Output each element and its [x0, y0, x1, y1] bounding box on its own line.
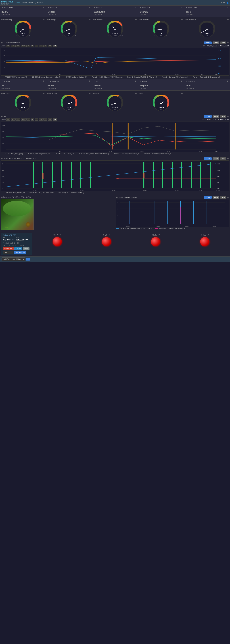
fluid-reset-btn[interactable]: Reset: [212, 42, 219, 44]
gear-icon-fluid[interactable]: ⚙: [227, 42, 229, 44]
svg-text:0: 0: [16, 35, 17, 36]
gear-icon-lr[interactable]: ⚙: [109, 234, 110, 236]
hold-button[interactable]: Hold: [23, 247, 30, 250]
settings-icon[interactable]: ⚙: [223, 2, 225, 4]
gear-icon-gwf[interactable]: ⚙: [181, 19, 183, 21]
wf-reset-btn[interactable]: Reset: [212, 157, 219, 160]
dslr-reset-btn[interactable]: Reset: [212, 196, 219, 199]
svg-text:386.0: 386.0: [158, 106, 164, 108]
zoom-1m[interactable]: 1m: [6, 44, 10, 47]
gear-icon-wfc[interactable]: ⚙: [227, 158, 229, 160]
zoom-1mo[interactable]: 1m: [43, 44, 47, 47]
svg-text:Pa: Pa: [114, 109, 116, 110]
air-zoom-1w[interactable]: 1w: [39, 118, 43, 120]
svg-text:1050: 1050: [217, 58, 220, 59]
grid-icon-at: ⊞: [2, 80, 3, 82]
gear-icon-wl[interactable]: ⚙: [227, 6, 228, 8]
air-zoom-30m[interactable]: 30m: [21, 118, 26, 120]
zoom-30m[interactable]: 30m: [21, 44, 26, 47]
air-zoom-1m[interactable]: 1m: [6, 118, 10, 120]
air-hide-btn[interactable]: Hide: [220, 115, 226, 118]
gear-icon-gwl[interactable]: ⚙: [227, 19, 229, 21]
gear-icon-gwt[interactable]: ⚙: [43, 19, 45, 21]
wf-hide-btn[interactable]: Hide: [220, 157, 226, 160]
add-widget-button[interactable]: +: [26, 258, 30, 260]
widget-dewpoint: ⊞ DewPoint ⚙ 16.2°C 6/2 22:06:46: [184, 79, 230, 90]
zoom-15m[interactable]: 15m: [16, 44, 20, 47]
air-zoom-3mo[interactable]: 3m: [48, 118, 52, 120]
nav-more[interactable]: More: [29, 2, 33, 4]
legend-pump2: Pump 2 – Base (pH Up) (CH0, Volume, ml): [124, 76, 157, 78]
gear-icon-gwec[interactable]: ⚙: [135, 19, 137, 21]
svg-text:ppm: ppm: [160, 109, 162, 110]
gear-icon-wec[interactable]: ⚙: [135, 6, 136, 8]
air-zoom-1d[interactable]: 1d: [35, 118, 38, 120]
svg-text:l/min: l/min: [160, 35, 162, 36]
help-icon[interactable]: ?: [220, 2, 222, 4]
gear-icon-extst[interactable]: ⚙: [158, 234, 160, 236]
gear-icon-at[interactable]: ⚙: [43, 80, 44, 82]
zoom-1h[interactable]: 1h: [26, 44, 30, 47]
air-zoom-full[interactable]: Full: [53, 118, 57, 120]
fluid-zoom-bar: Zoom 1m 5m 15m 30m 1h 6h 1d 1w 1m 3m Ful…: [1, 44, 229, 47]
air-zoom-1h[interactable]: 1h: [26, 118, 30, 120]
zoom-3mo[interactable]: 3m: [48, 44, 52, 47]
gear-icon-gvpd[interactable]: ⚙: [135, 92, 137, 94]
gear-icon-gah[interactable]: ⚙: [89, 92, 91, 94]
waterflow-section: ⊞ Water Flow and Electrical Consumption …: [0, 156, 230, 195]
widget-water-flow: ⊞ Water Flow ⚙ 1.6l/min 6/2 22:06:44: [138, 6, 184, 17]
svg-text:12:00: 12:00: [143, 74, 147, 75]
zoom-1w[interactable]: 1w: [39, 44, 43, 47]
zoom-6h[interactable]: 6h: [31, 44, 34, 47]
gear-icon-air[interactable]: ⚙: [227, 116, 229, 118]
zoom-1d[interactable]: 1d: [35, 44, 38, 47]
gear-icon-gac[interactable]: ⚙: [181, 92, 183, 94]
gear-icon-hum[interactable]: ⚙: [207, 234, 209, 236]
gauge-empty: [184, 92, 230, 112]
gear-icon-dslr[interactable]: ⚙: [227, 196, 229, 198]
gear-icon-wf[interactable]: ⚙: [181, 6, 182, 8]
dslr-hide-btn[interactable]: Hide: [220, 196, 226, 199]
gear-icon-ah[interactable]: ⚙: [89, 80, 90, 82]
nav-default[interactable]: Default: [37, 2, 43, 4]
air-zoom-15m[interactable]: 15m: [16, 118, 20, 120]
widget-water-temp: ⊞ Water Temp ⚙ 26.2°C 6/2 22:06:36: [0, 6, 46, 17]
svg-text:1: 1: [212, 35, 213, 36]
gear-icon-tl[interactable]: ⚙: [30, 196, 32, 198]
nav-setup[interactable]: Setup: [22, 2, 27, 4]
set-setpoint-button[interactable]: Set Setpoint: [14, 251, 26, 254]
air-update-btn[interactable]: Update: [204, 115, 211, 118]
svg-text:61.2: 61.2: [67, 106, 71, 108]
svg-point-9: [68, 29, 70, 30]
zoom-5m[interactable]: 5m: [11, 44, 15, 47]
deactivate-button[interactable]: Deactivate: [3, 247, 14, 250]
pause-button[interactable]: Pause: [14, 247, 22, 250]
add-widget-select[interactable]: Add Dashboard Widget: [2, 258, 25, 261]
air-widget-row: ⊞ Air Temp ⚙ 24.1°C 6/2 22:06:46 ⊞ Air H…: [0, 79, 230, 90]
svg-text:0.0: 0.0: [206, 32, 209, 35]
air-chart-section: ⊞ Air Update Reset Hide ⚙ Zoom 1m 5m 15m…: [0, 114, 230, 156]
zoom-full[interactable]: Full: [53, 44, 57, 47]
wf-update-btn[interactable]: Update: [204, 157, 211, 160]
air-zoom-6h[interactable]: 6h: [31, 118, 34, 120]
air-zoom-1mo[interactable]: 1m: [43, 118, 47, 120]
gear-icon-wph[interactable]: ⚙: [89, 6, 90, 8]
gear-icon-vpd[interactable]: ⚙: [135, 80, 136, 82]
gear-icon-lw[interactable]: ⚙: [60, 234, 61, 236]
gear-icon-gwph[interactable]: ⚙: [89, 19, 91, 21]
setpoint-input[interactable]: [3, 251, 14, 254]
air-reset-btn[interactable]: Reset: [212, 115, 219, 118]
gear-icon-dp[interactable]: ⚙: [227, 80, 228, 82]
user-icon[interactable]: 👤: [226, 2, 229, 4]
svg-rect-120: [162, 162, 163, 188]
fluid-update-btn[interactable]: Update: [204, 42, 211, 44]
dslr-update-btn[interactable]: Update: [204, 196, 211, 199]
nav-data[interactable]: Data: [16, 2, 20, 4]
timelapse-image: 🌿🌿: [1, 199, 34, 230]
gear-icon-wt[interactable]: ⚙: [43, 6, 44, 8]
gear-icon-ac[interactable]: ⚙: [181, 80, 182, 82]
air-zoom-5m[interactable]: 5m: [11, 118, 15, 120]
grid-icon-vpd: ⊞: [94, 80, 95, 82]
fluid-hide-btn[interactable]: Hide: [220, 42, 226, 44]
gear-icon-gat[interactable]: ⚙: [43, 92, 45, 94]
